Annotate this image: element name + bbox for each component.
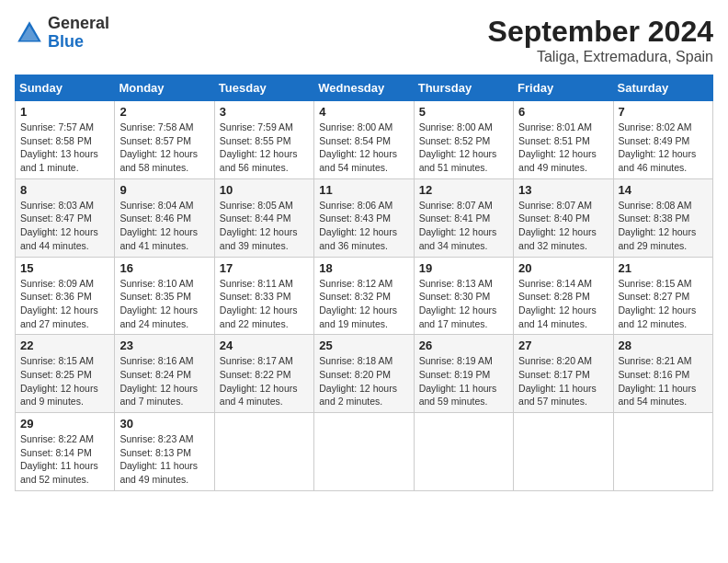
day-number: 6 [518, 105, 608, 119]
calendar-cell: 19 Sunrise: 8:13 AMSunset: 8:30 PMDaylig… [414, 257, 513, 335]
day-info: Sunrise: 8:05 AMSunset: 8:44 PMDaylight:… [220, 199, 309, 253]
day-number: 15 [20, 261, 109, 275]
calendar-cell: 5 Sunrise: 8:00 AMSunset: 8:52 PMDayligh… [414, 101, 513, 179]
weekday-header-saturday: Saturday [613, 75, 712, 101]
day-number: 13 [518, 183, 608, 197]
day-number: 19 [419, 261, 508, 275]
day-info: Sunrise: 8:19 AMSunset: 8:19 PMDaylight:… [419, 354, 508, 408]
day-info: Sunrise: 8:00 AMSunset: 8:52 PMDaylight:… [419, 121, 508, 175]
calendar-cell: 10 Sunrise: 8:05 AMSunset: 8:44 PMDaylig… [214, 178, 313, 257]
day-number: 29 [20, 417, 109, 431]
location: Taliga, Extremadura, Spain [488, 49, 713, 65]
calendar-cell: 18 Sunrise: 8:12 AMSunset: 8:32 PMDaylig… [314, 257, 414, 335]
day-number: 18 [319, 261, 408, 275]
day-info: Sunrise: 8:22 AMSunset: 8:14 PMDaylight:… [20, 432, 109, 487]
day-info: Sunrise: 8:14 AMSunset: 8:28 PMDaylight:… [518, 277, 608, 331]
weekday-header-monday: Monday [115, 75, 214, 101]
day-number: 16 [119, 261, 209, 275]
calendar-week-1: 1 Sunrise: 7:57 AMSunset: 8:58 PMDayligh… [16, 101, 713, 179]
calendar-cell: 12 Sunrise: 8:07 AMSunset: 8:41 PMDaylig… [414, 178, 513, 257]
calendar-cell: 11 Sunrise: 8:06 AMSunset: 8:43 PMDaylig… [314, 178, 414, 257]
calendar-cell [414, 413, 513, 491]
day-number: 24 [220, 339, 309, 352]
logo: General Blue [15, 15, 109, 52]
day-number: 26 [419, 339, 508, 352]
day-info: Sunrise: 8:02 AMSunset: 8:49 PMDaylight:… [619, 121, 708, 175]
calendar-week-3: 15 Sunrise: 8:09 AMSunset: 8:36 PMDaylig… [16, 257, 713, 335]
logo-icon [15, 18, 44, 48]
day-number: 27 [518, 339, 608, 352]
calendar-cell: 22 Sunrise: 8:15 AMSunset: 8:25 PMDaylig… [16, 335, 115, 413]
calendar-cell: 25 Sunrise: 8:18 AMSunset: 8:20 PMDaylig… [314, 335, 414, 413]
day-info: Sunrise: 8:10 AMSunset: 8:35 PMDaylight:… [119, 277, 209, 331]
calendar-cell: 14 Sunrise: 8:08 AMSunset: 8:38 PMDaylig… [613, 178, 712, 257]
calendar-week-5: 29 Sunrise: 8:22 AMSunset: 8:14 PMDaylig… [16, 413, 713, 491]
day-info: Sunrise: 8:04 AMSunset: 8:46 PMDaylight:… [119, 199, 209, 253]
calendar-cell: 6 Sunrise: 8:01 AMSunset: 8:51 PMDayligh… [514, 101, 613, 179]
calendar-cell [314, 413, 414, 491]
calendar-cell: 16 Sunrise: 8:10 AMSunset: 8:35 PMDaylig… [115, 257, 214, 335]
calendar-cell: 8 Sunrise: 8:03 AMSunset: 8:47 PMDayligh… [16, 178, 115, 257]
weekday-header-row: SundayMondayTuesdayWednesdayThursdayFrid… [16, 75, 713, 101]
day-info: Sunrise: 8:20 AMSunset: 8:17 PMDaylight:… [518, 354, 608, 408]
day-number: 20 [518, 261, 608, 275]
weekday-header-tuesday: Tuesday [214, 75, 313, 101]
calendar-cell: 15 Sunrise: 8:09 AMSunset: 8:36 PMDaylig… [16, 257, 115, 335]
calendar-cell: 26 Sunrise: 8:19 AMSunset: 8:19 PMDaylig… [414, 335, 513, 413]
day-number: 23 [119, 339, 209, 352]
weekday-header-wednesday: Wednesday [314, 75, 414, 101]
weekday-header-sunday: Sunday [16, 75, 115, 101]
day-number: 22 [20, 339, 109, 352]
day-info: Sunrise: 8:16 AMSunset: 8:24 PMDaylight:… [119, 354, 209, 408]
day-number: 1 [20, 105, 109, 119]
day-info: Sunrise: 8:13 AMSunset: 8:30 PMDaylight:… [419, 277, 508, 331]
day-info: Sunrise: 7:59 AMSunset: 8:55 PMDaylight:… [220, 121, 309, 175]
calendar-cell [214, 413, 313, 491]
calendar-cell: 3 Sunrise: 7:59 AMSunset: 8:55 PMDayligh… [214, 101, 313, 179]
calendar-cell: 27 Sunrise: 8:20 AMSunset: 8:17 PMDaylig… [514, 335, 613, 413]
calendar-cell: 30 Sunrise: 8:23 AMSunset: 8:13 PMDaylig… [115, 413, 214, 491]
day-number: 7 [619, 105, 708, 119]
calendar-cell: 23 Sunrise: 8:16 AMSunset: 8:24 PMDaylig… [115, 335, 214, 413]
day-info: Sunrise: 8:01 AMSunset: 8:51 PMDaylight:… [518, 121, 608, 175]
day-info: Sunrise: 8:07 AMSunset: 8:40 PMDaylight:… [518, 199, 608, 253]
day-info: Sunrise: 8:08 AMSunset: 8:38 PMDaylight:… [619, 199, 708, 253]
day-number: 5 [419, 105, 508, 119]
day-number: 11 [319, 183, 408, 197]
calendar-week-2: 8 Sunrise: 8:03 AMSunset: 8:47 PMDayligh… [16, 178, 713, 257]
calendar-cell: 9 Sunrise: 8:04 AMSunset: 8:46 PMDayligh… [115, 178, 214, 257]
calendar-cell: 17 Sunrise: 8:11 AMSunset: 8:33 PMDaylig… [214, 257, 313, 335]
day-info: Sunrise: 8:09 AMSunset: 8:36 PMDaylight:… [20, 277, 109, 331]
day-info: Sunrise: 8:17 AMSunset: 8:22 PMDaylight:… [220, 354, 309, 408]
day-number: 25 [319, 339, 408, 352]
day-info: Sunrise: 8:18 AMSunset: 8:20 PMDaylight:… [319, 354, 408, 408]
day-number: 30 [119, 417, 209, 431]
calendar-cell: 1 Sunrise: 7:57 AMSunset: 8:58 PMDayligh… [16, 101, 115, 179]
calendar-cell: 13 Sunrise: 8:07 AMSunset: 8:40 PMDaylig… [514, 178, 613, 257]
day-number: 9 [119, 183, 209, 197]
header: General Blue September 2024 Taliga, Extr… [15, 15, 713, 65]
day-number: 10 [220, 183, 309, 197]
calendar-cell: 24 Sunrise: 8:17 AMSunset: 8:22 PMDaylig… [214, 335, 313, 413]
logo-text: General Blue [48, 15, 109, 52]
day-number: 3 [220, 105, 309, 119]
calendar-cell: 29 Sunrise: 8:22 AMSunset: 8:14 PMDaylig… [16, 413, 115, 491]
calendar-cell: 21 Sunrise: 8:15 AMSunset: 8:27 PMDaylig… [613, 257, 712, 335]
calendar: SundayMondayTuesdayWednesdayThursdayFrid… [15, 75, 713, 491]
weekday-header-friday: Friday [514, 75, 613, 101]
day-info: Sunrise: 8:07 AMSunset: 8:41 PMDaylight:… [419, 199, 508, 253]
day-number: 17 [220, 261, 309, 275]
day-number: 21 [619, 261, 708, 275]
day-info: Sunrise: 7:57 AMSunset: 8:58 PMDaylight:… [20, 121, 109, 175]
day-info: Sunrise: 8:21 AMSunset: 8:16 PMDaylight:… [619, 354, 708, 408]
day-info: Sunrise: 8:11 AMSunset: 8:33 PMDaylight:… [220, 277, 309, 331]
day-number: 2 [119, 105, 209, 119]
calendar-cell: 2 Sunrise: 7:58 AMSunset: 8:57 PMDayligh… [115, 101, 214, 179]
calendar-cell [613, 413, 712, 491]
day-number: 28 [619, 339, 708, 352]
day-info: Sunrise: 8:06 AMSunset: 8:43 PMDaylight:… [319, 199, 408, 253]
calendar-cell [514, 413, 613, 491]
day-number: 12 [419, 183, 508, 197]
day-info: Sunrise: 8:12 AMSunset: 8:32 PMDaylight:… [319, 277, 408, 331]
day-number: 4 [319, 105, 408, 119]
